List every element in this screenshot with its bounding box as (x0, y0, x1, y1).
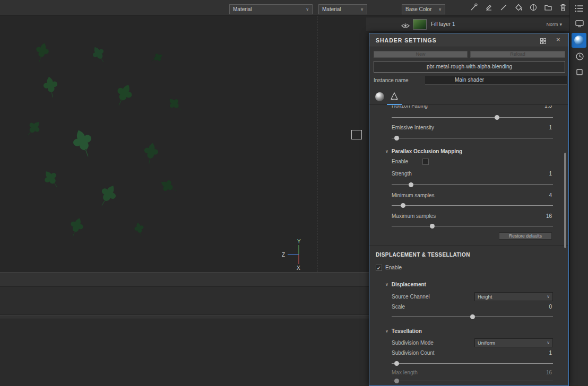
pom-enable-label: Enable (392, 159, 408, 165)
shader-settings-panel: SHADER SETTINGS × New Reload pbr-metal-r… (369, 33, 569, 386)
subdivision-mode-value: Uniform (478, 340, 495, 346)
close-icon[interactable]: × (556, 36, 560, 43)
display-settings-icon[interactable] (574, 18, 585, 29)
edit-icon[interactable] (484, 3, 494, 12)
emissive-intensity-value[interactable]: 1 (549, 125, 552, 131)
strength-label: Strength (392, 171, 412, 177)
substance-painter-window: Material ∨ Material ∨ Base Color ∨ (0, 0, 588, 386)
horizon-fading-slider[interactable] (392, 115, 553, 120)
bottom-panel-lower-header (0, 316, 369, 319)
minimum-samples-slider[interactable] (392, 203, 553, 208)
dt-enable-label: Enable (385, 265, 402, 271)
displacement-title: Displacement (392, 282, 426, 287)
slider-handle[interactable] (401, 203, 405, 208)
pen-icon[interactable] (469, 3, 479, 12)
axis-x-label: X (297, 265, 300, 271)
scale-label: Scale (392, 304, 405, 310)
collapse-chevron-icon: ∨ (385, 282, 388, 287)
line-icon[interactable] (499, 3, 508, 12)
slider-track (392, 185, 553, 185)
slider-handle[interactable] (394, 361, 399, 366)
source-channel-value: Height (478, 294, 492, 300)
max-length-value: 16 (546, 370, 552, 376)
axis-y-label: Y (297, 239, 301, 244)
reload-shader-button[interactable]: Reload (470, 51, 565, 58)
top-toolbar: Material ∨ Material ∨ Base Color ∨ (0, 0, 569, 16)
shader-parameters: Horizon Fading 1.3 Emissive Intensity 1 … (369, 106, 568, 386)
bottom-panel-lower (0, 315, 369, 386)
bottom-panel-upper-header (0, 273, 369, 287)
scale-slider[interactable] (392, 314, 553, 319)
strength-value[interactable]: 1 (549, 171, 552, 177)
channel-dropdown-label: Base Color (405, 6, 431, 12)
projection-icon[interactable] (529, 3, 538, 12)
subdivision-count-value[interactable]: 1 (549, 350, 552, 356)
fill-bucket-icon[interactable] (514, 3, 523, 12)
shader-name-button[interactable]: pbr-metal-rough-with-alpha-blending (374, 61, 565, 73)
slider-track (392, 117, 553, 118)
emissive-intensity-slider[interactable] (392, 136, 553, 141)
tessellation-subheader[interactable]: ∨ Tessellation (385, 328, 422, 334)
tab-cone[interactable] (387, 90, 401, 103)
channel-dropdown[interactable]: Base Color ∨ (402, 4, 445, 14)
layer-thumbnail[interactable] (413, 19, 427, 30)
visibility-eye-icon[interactable] (401, 21, 410, 31)
slider-handle (394, 379, 399, 383)
layer-name: Fill layer 1 (431, 21, 455, 27)
blend-mode-dropdown[interactable]: Norm ▾ (546, 22, 562, 27)
chevron-down-icon: ∨ (360, 7, 364, 12)
folder-icon[interactable] (543, 3, 553, 12)
pom-enable-checkbox[interactable] (422, 159, 429, 165)
layers-list-icon[interactable] (574, 3, 585, 14)
slider-handle[interactable] (409, 182, 413, 187)
maximum-samples-slider[interactable] (392, 224, 553, 229)
dt-enable-checkbox[interactable]: ✓ (376, 265, 382, 271)
slider-track (392, 205, 553, 206)
instance-name-field[interactable]: Main shader (425, 76, 567, 85)
subdivision-mode-label: Subdivision Mode (392, 340, 434, 346)
viewport-3d[interactable]: Y Z X (0, 16, 369, 272)
slider-handle[interactable] (394, 136, 399, 141)
displacement-subheader[interactable]: ∨ Displacement (385, 282, 426, 287)
material-dropdown-1[interactable]: Material ∨ (229, 4, 313, 14)
chevron-down-icon: ∨ (547, 294, 550, 299)
pom-section-header[interactable]: ∨ Parallax Occlusion Mapping (385, 148, 462, 154)
subdivision-count-slider[interactable] (392, 361, 553, 366)
displacement-tessellation-header: DISPLACEMENT & TESSELLATION (376, 252, 470, 258)
shader-settings-icon[interactable] (572, 33, 586, 48)
maximum-samples-value[interactable]: 16 (546, 213, 552, 220)
check-icon: ✓ (377, 265, 381, 271)
panel-title-bar[interactable]: SHADER SETTINGS × (369, 33, 568, 47)
dock-icon[interactable] (540, 37, 546, 46)
panel-title: SHADER SETTINGS (376, 37, 437, 43)
history-clock-icon[interactable] (574, 51, 585, 62)
frame-icon[interactable] (574, 67, 585, 77)
shader-tabs (369, 88, 568, 105)
layer-row[interactable]: Fill layer 1 Norm ▾ (366, 17, 569, 31)
axis-gizmo: Y Z X (275, 238, 323, 271)
minimum-samples-value[interactable]: 4 (549, 192, 552, 199)
slider-track (392, 138, 553, 138)
collapse-chevron-icon: ∨ (385, 329, 388, 334)
viewport-leaves (0, 16, 369, 272)
slider-handle[interactable] (430, 224, 435, 229)
material-dropdown-2[interactable]: Material ∨ (318, 4, 367, 14)
instance-name-label: Instance name (374, 77, 409, 83)
horizon-fading-value[interactable]: 1.3 (544, 106, 552, 109)
source-channel-dropdown[interactable]: Height ∨ (474, 292, 553, 301)
restore-defaults-button[interactable]: Restore defaults (499, 232, 552, 240)
strength-slider[interactable] (392, 182, 553, 187)
pom-section-title: Parallax Occlusion Mapping (392, 148, 462, 154)
chevron-down-icon: ∨ (547, 340, 550, 345)
scale-value[interactable]: 0 (549, 304, 552, 310)
panel-scrollbar-thumb[interactable] (564, 153, 566, 248)
tessellation-title: Tessellation (392, 328, 422, 334)
new-shader-button[interactable]: New (374, 51, 468, 58)
active-tab-underline (387, 104, 402, 105)
slider-handle[interactable] (495, 115, 499, 120)
tab-material-ball[interactable] (373, 90, 386, 103)
slider-handle[interactable] (470, 314, 475, 319)
subdivision-mode-dropdown[interactable]: Uniform ∨ (474, 338, 553, 347)
trash-icon[interactable] (558, 3, 568, 12)
bottom-panel-upper (0, 272, 369, 314)
